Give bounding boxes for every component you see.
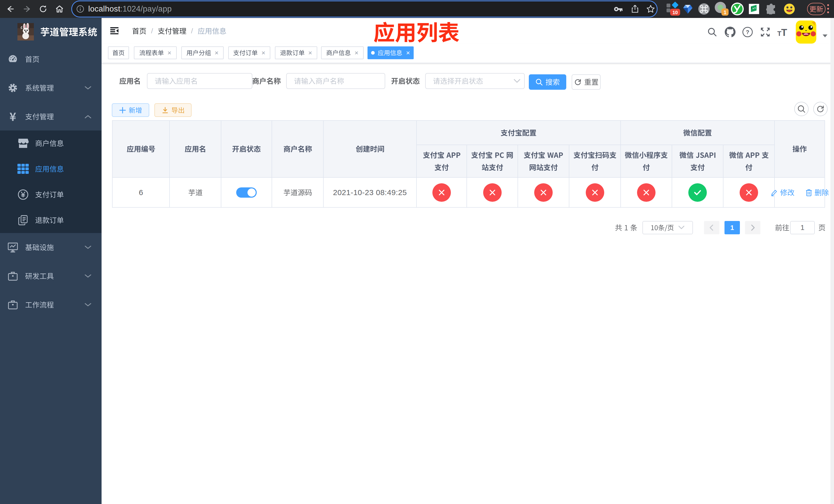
svg-text:T: T bbox=[781, 27, 787, 38]
svg-text:T: T bbox=[777, 30, 782, 38]
svg-text:1: 1 bbox=[723, 9, 726, 15]
svg-text:?: ? bbox=[746, 29, 749, 36]
svg-text:10: 10 bbox=[673, 10, 678, 15]
